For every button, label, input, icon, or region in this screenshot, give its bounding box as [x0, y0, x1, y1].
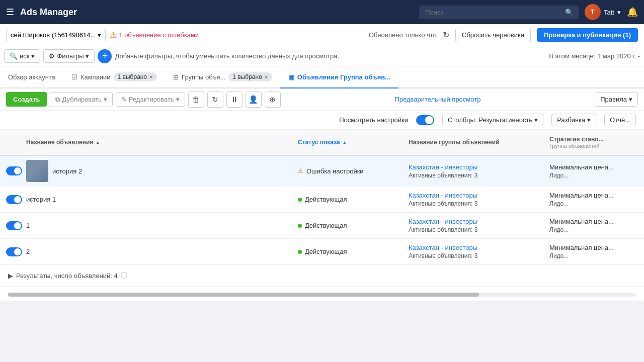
status-dot-3: [298, 224, 302, 228]
rules-button[interactable]: Правила ▾: [595, 92, 638, 107]
breakdown-chevron-icon: ▾: [587, 116, 591, 124]
search-button[interactable]: 🔍: [560, 6, 579, 19]
pause-button[interactable]: ⏸: [226, 92, 243, 108]
more-button[interactable]: ⊕: [265, 92, 281, 108]
th-name[interactable]: Название объявления ▲: [20, 139, 292, 146]
td-group-1: Казахстан - инвесторы Активные объявлени…: [403, 159, 543, 183]
td-group-3: Казахстан - инвесторы Активные объявлени…: [403, 214, 543, 237]
campaigns-badge-close[interactable]: ✕: [149, 74, 153, 80]
ad-name-1: история 2: [52, 167, 82, 175]
th-name-label: Название объявления: [26, 139, 93, 146]
filters-button[interactable]: ⚙ Фильтры ▾: [43, 49, 95, 63]
row3-toggle-knob: [14, 222, 21, 229]
horizontal-scrollbar[interactable]: [8, 293, 636, 297]
th-group[interactable]: Название группы объявлений: [403, 139, 543, 146]
group-link-2[interactable]: Казахстан - инвесторы: [409, 192, 477, 199]
group-link-1[interactable]: Казахстан - инвесторы: [409, 163, 477, 171]
hamburger-icon[interactable]: ☰: [6, 7, 14, 18]
share-button[interactable]: 👤: [246, 92, 262, 108]
duplicate-icon: ⧉: [55, 96, 60, 104]
search-wrapper: 🔍: [419, 6, 579, 19]
td-name-1: история 2: [20, 156, 292, 186]
action-bar: Создать ⧉ Дублировать ▾ ✎ Редактировать …: [0, 88, 644, 111]
group-link-3[interactable]: Казахстан - инвесторы: [409, 218, 477, 225]
columns-chevron-icon: ▾: [534, 116, 538, 124]
td-group-4: Казахстан - инвесторы Активные объявлени…: [403, 240, 543, 263]
tab-ads[interactable]: ▣ Объявления Группа объяв...: [280, 66, 398, 88]
th-strategy: Стратегия ставо... Группа объявлений: [543, 136, 644, 149]
columns-label: Столбцы: Результативность: [448, 116, 532, 124]
refresh-ad-icon: ↻: [212, 95, 218, 104]
row3-toggle[interactable]: [6, 221, 22, 230]
th-group-label: Название группы объявлений: [409, 139, 500, 146]
td-toggle-2: [0, 191, 20, 208]
preview-button[interactable]: Предварительный просмотр: [394, 96, 480, 103]
table-row: история 1 Действующая Казахстан - инвест…: [0, 187, 644, 213]
account-bar-right: Обновлено только что ↻ Сбросить черновик…: [369, 28, 638, 42]
status-dot-2: [298, 198, 302, 202]
account-selector[interactable]: сей Широков (1561490614... ▾: [6, 29, 106, 41]
filter-bar: 🔍 иск ▾ ⚙ Фильтры ▾ + Добавьте фильтры, …: [0, 46, 644, 66]
refresh-ad-button[interactable]: ↻: [207, 92, 223, 108]
status-text-4: Действующая: [305, 248, 347, 255]
notification-bell-icon[interactable]: 🔔: [627, 7, 638, 18]
group-sub-3: Активные объявления: 3: [409, 226, 537, 233]
group-link-4[interactable]: Казахстан - инвесторы: [409, 244, 477, 251]
avatar: T: [585, 4, 601, 20]
view-settings-toggle[interactable]: [416, 115, 434, 125]
td-strategy-2: Минимальная цена... Лидо...: [543, 188, 644, 211]
tab-overview[interactable]: Обзор аккаунта: [0, 66, 63, 88]
th-name-sort-icon: ▲: [95, 140, 100, 145]
td-status-2: Действующая: [292, 192, 403, 207]
create-button[interactable]: Создать: [6, 92, 47, 107]
strategy-text-4: Минимальная цена...: [549, 244, 638, 251]
warning-badge: ⚠ 1 объявление с ошибками: [110, 30, 199, 40]
add-filter-button[interactable]: +: [98, 49, 112, 63]
td-status-3: Действующая: [292, 218, 403, 233]
campaigns-badge-text: 1 выбрано: [118, 73, 147, 80]
status-dot-4: [298, 250, 302, 254]
filters-chevron-icon: ▾: [86, 52, 89, 60]
refresh-button[interactable]: ↻: [443, 30, 449, 40]
search-input[interactable]: [419, 6, 560, 19]
columns-button[interactable]: Столбцы: Результативность ▾: [442, 114, 543, 126]
breakdown-label: Разбивка: [557, 116, 585, 124]
row1-toggle[interactable]: [6, 166, 22, 175]
edit-chevron-icon: ▾: [176, 96, 180, 103]
delete-button[interactable]: 🗑: [188, 92, 204, 108]
duplicate-button[interactable]: ⧉ Дублировать ▾: [50, 92, 112, 107]
account-name: сей Широков (1561490614...: [11, 31, 96, 39]
breakdown-button[interactable]: Разбивка ▾: [551, 114, 596, 126]
tab-adgroups[interactable]: ⊞ Группы объя... 1 выбрано ✕: [165, 66, 280, 88]
publish-button[interactable]: Проверка и публикация (1): [537, 28, 638, 42]
ad-thumb-inner-1: [26, 160, 48, 182]
adgroups-grid-icon: ⊞: [173, 73, 179, 81]
report-button[interactable]: Отчё...: [604, 114, 636, 126]
adgroups-badge-close[interactable]: ✕: [264, 74, 268, 80]
edit-icon: ✎: [121, 96, 127, 103]
ad-name-cell-1: история 2: [26, 160, 286, 182]
td-name-2: история 1: [20, 192, 292, 207]
edit-button[interactable]: ✎ Редактировать ▾: [116, 92, 185, 107]
nav-left: ☰ Ads Manager: [6, 7, 77, 18]
update-text: Обновлено только что: [369, 31, 437, 39]
results-info-icon[interactable]: ⓘ: [121, 271, 127, 280]
td-toggle-1: [0, 162, 20, 179]
results-row: ▶ Результаты, число объявлений: 4 ⓘ: [0, 265, 644, 287]
td-strategy-1: Минимальная цена... Лидо...: [543, 159, 644, 183]
td-name-3: 1: [20, 218, 292, 233]
search-filter-btn[interactable]: 🔍 иск ▾: [4, 49, 40, 63]
draft-button[interactable]: Сбросить черновики: [455, 28, 531, 42]
results-expand-icon[interactable]: ▶: [8, 272, 13, 280]
row2-toggle[interactable]: [6, 195, 22, 204]
tab-campaigns[interactable]: ☑ Кампании 1 выбрано ✕: [63, 66, 165, 88]
th-status[interactable]: Статус показа ▲: [292, 139, 403, 146]
th-strategy-label: Стратегия ставо...: [549, 136, 604, 143]
search-chevron-icon: ▾: [31, 52, 35, 60]
user-menu[interactable]: T Tatt ▾: [585, 4, 621, 20]
row4-toggle[interactable]: [6, 247, 22, 256]
ad-name-3: 1: [26, 222, 30, 229]
status-cell-2: Действующая: [298, 196, 396, 203]
status-text-3: Действующая: [305, 222, 347, 229]
filter-hint: Добавьте фильтры, чтобы уменьшить количе…: [115, 52, 546, 60]
